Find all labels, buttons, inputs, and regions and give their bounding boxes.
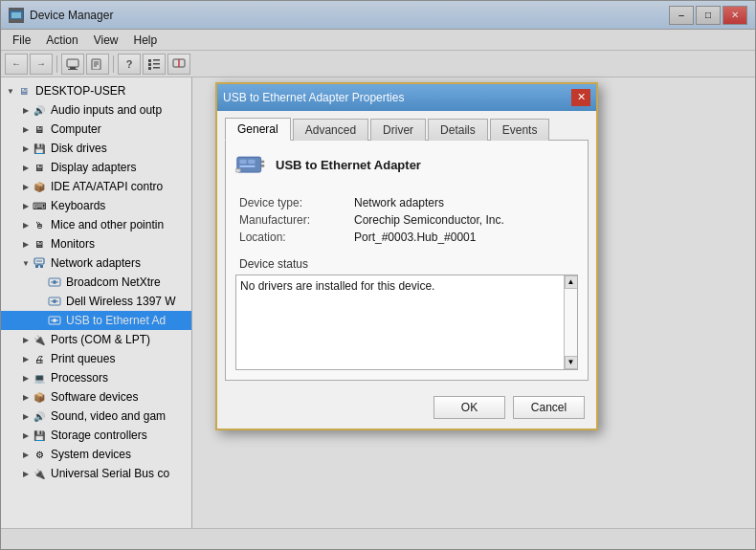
prop-label-type: Device type:	[239, 196, 354, 209]
scrollbar-down-arrow[interactable]: ▼	[565, 356, 578, 369]
dialog-overlay: USB to Ethernet Adapter Properties ✕ Gen…	[0, 0, 756, 550]
svg-rect-43	[236, 169, 240, 171]
device-icon	[235, 150, 266, 181]
tab-driver[interactable]: Driver	[370, 119, 426, 141]
status-section-label: Device status	[235, 257, 578, 271]
dialog-close-button[interactable]: ✕	[571, 89, 590, 106]
tab-general[interactable]: General	[225, 118, 291, 141]
svg-rect-41	[261, 165, 265, 167]
tab-bar: General Advanced Driver Details Events	[217, 111, 596, 140]
prop-value-location: Port_#0003.Hub_#0001	[354, 231, 574, 244]
tab-events[interactable]: Events	[490, 119, 550, 141]
prop-value-manufacturer: Corechip Semiconductor, Inc.	[354, 213, 574, 227]
device-header: USB to Ethernet Adapter	[235, 150, 578, 181]
status-box-text: No drivers are installed for this device…	[240, 279, 434, 293]
svg-rect-39	[239, 165, 255, 167]
dialog-body: USB to Ethernet Adapter Device type: Net…	[225, 140, 589, 381]
dialog-device-name: USB to Ethernet Adapter	[276, 158, 421, 172]
properties-grid: Device type: Network adapters Manufactur…	[235, 196, 578, 244]
svg-rect-40	[261, 160, 265, 163]
dialog-title: USB to Ethernet Adapter Properties	[223, 91, 404, 104]
svg-rect-38	[248, 159, 255, 163]
scrollbar-up-arrow[interactable]: ▲	[565, 275, 578, 289]
prop-value-type: Network adapters	[354, 196, 574, 209]
tab-details[interactable]: Details	[428, 119, 488, 141]
device-status-box: No drivers are installed for this device…	[235, 275, 578, 370]
ok-button[interactable]: OK	[434, 396, 505, 419]
cancel-button[interactable]: Cancel	[513, 396, 585, 419]
dialog-title-bar: USB to Ethernet Adapter Properties ✕	[217, 84, 596, 111]
prop-label-manufacturer: Manufacturer:	[239, 213, 354, 227]
status-section: Device status No drivers are installed f…	[235, 257, 578, 370]
svg-rect-37	[239, 159, 246, 163]
tab-advanced[interactable]: Advanced	[293, 119, 368, 141]
dialog-footer: OK Cancel	[217, 388, 596, 429]
properties-dialog: USB to Ethernet Adapter Properties ✕ Gen…	[215, 82, 598, 430]
status-scrollbar: ▲ ▼	[564, 275, 577, 369]
prop-label-location: Location:	[239, 231, 354, 244]
scrollbar-track	[565, 289, 577, 356]
